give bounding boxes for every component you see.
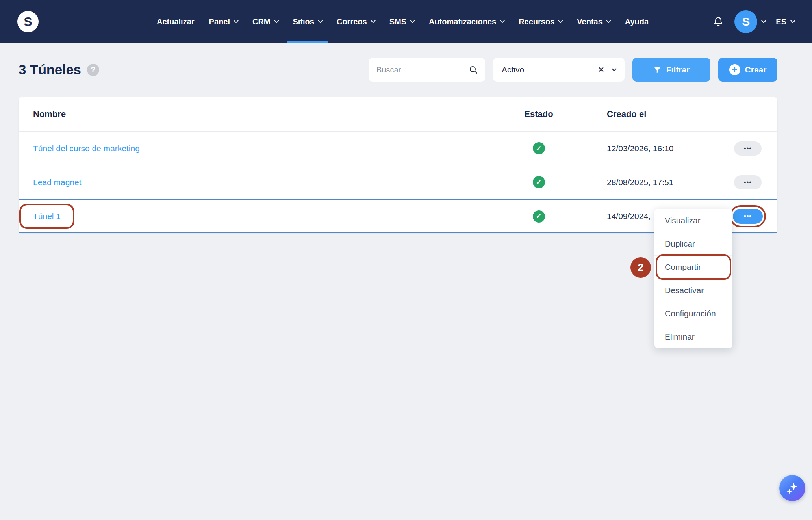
bell-icon	[712, 16, 724, 28]
ellipsis-icon: •••	[744, 213, 752, 220]
chevron-down-icon	[234, 18, 239, 23]
menu-item-compartir[interactable]: Compartir	[654, 255, 732, 279]
nav-label: Ayuda	[625, 17, 649, 26]
table-row: Túnel del curso de marketing ✓ 12/03/202…	[19, 132, 777, 165]
menu-item-eliminar[interactable]: Eliminar	[654, 325, 732, 348]
page-header: 3 Túneles ? Activo ✕ Filtrar + Crear	[19, 58, 777, 82]
create-button-label: Crear	[745, 65, 767, 74]
filter-button-label: Filtrar	[666, 65, 690, 74]
nav-item-correos[interactable]: Correos	[337, 0, 375, 43]
top-navbar: S Actualizar Panel CRM Sitios Correos SM…	[0, 0, 812, 43]
column-header-nombre: Nombre	[19, 109, 495, 119]
row-actions-button-open[interactable]: •••	[733, 209, 763, 224]
chevron-down-icon	[410, 18, 415, 23]
chevron-down-icon	[500, 18, 505, 23]
chevron-down-icon	[790, 18, 795, 23]
navbar-right: S ES	[712, 10, 795, 33]
row-actions-button[interactable]: •••	[734, 141, 762, 156]
status-active-icon: ✓	[533, 210, 545, 223]
nav-item-recursos[interactable]: Recursos	[519, 0, 562, 43]
created-date: 12/03/2026, 16:10	[607, 144, 673, 153]
plus-icon: +	[729, 64, 740, 75]
avatar-letter: S	[742, 15, 750, 28]
nav-item-actualizar[interactable]: Actualizar	[157, 0, 195, 43]
nav-label: Automatizaciones	[429, 17, 496, 26]
chevron-down-icon	[371, 18, 376, 23]
created-date: 28/08/2025, 17:51	[607, 178, 673, 187]
nav-label: Actualizar	[157, 17, 195, 26]
nav-label: Recursos	[519, 17, 554, 26]
nav-item-sms[interactable]: SMS	[389, 0, 414, 43]
funnel-link[interactable]: Túnel del curso de marketing	[33, 144, 140, 153]
search-icon[interactable]	[469, 65, 478, 74]
nav-label: CRM	[252, 17, 271, 26]
notifications-button[interactable]	[712, 16, 724, 28]
question-icon: ?	[91, 65, 95, 74]
ellipsis-icon: •••	[744, 145, 752, 152]
table-row: Lead magnet ✓ 28/08/2025, 17:51 •••	[19, 165, 777, 199]
language-label: ES	[776, 17, 786, 26]
funnel-link[interactable]: Lead magnet	[33, 178, 82, 187]
nav-label: SMS	[389, 17, 406, 26]
menu-item-duplicar[interactable]: Duplicar	[654, 232, 732, 255]
status-active-icon: ✓	[533, 142, 545, 154]
nav-item-automatizaciones[interactable]: Automatizaciones	[429, 0, 504, 43]
created-date: 14/09/2024,	[607, 212, 651, 221]
language-selector[interactable]: ES	[776, 17, 795, 26]
header-controls: Activo ✕ Filtrar + Crear	[369, 58, 777, 82]
annotation-step-badge: 2	[630, 257, 651, 278]
nav-item-ayuda[interactable]: Ayuda	[625, 0, 649, 43]
chevron-down-icon	[606, 18, 611, 23]
app-logo-letter: S	[24, 15, 32, 29]
chevron-down-icon	[318, 18, 323, 23]
menu-item-desactivar[interactable]: Desactivar	[654, 279, 732, 302]
menu-item-configuracion[interactable]: Configuración	[654, 302, 732, 325]
nav-item-crm[interactable]: CRM	[252, 0, 278, 43]
clear-filter-icon[interactable]: ✕	[594, 65, 608, 74]
avatar: S	[734, 10, 757, 33]
nav-label: Correos	[337, 17, 367, 26]
sparkle-icon	[785, 481, 799, 495]
app-logo[interactable]: S	[17, 11, 39, 32]
search-input[interactable]	[376, 65, 469, 75]
chevron-down-icon	[274, 18, 279, 23]
main-nav: Actualizar Panel CRM Sitios Correos SMS …	[157, 0, 649, 43]
row-actions-button[interactable]: •••	[734, 175, 762, 189]
funnel-link[interactable]: Túnel 1	[33, 212, 61, 221]
nav-label: Sitios	[293, 17, 314, 26]
create-button[interactable]: + Crear	[718, 58, 777, 82]
table-header-row: Nombre Estado Creado el	[19, 97, 777, 132]
funnel-icon	[653, 66, 662, 74]
status-filter-select[interactable]: Activo ✕	[493, 58, 625, 82]
page-title: 3 Túneles	[19, 62, 81, 78]
status-filter-value: Activo	[502, 65, 524, 74]
search-box	[369, 58, 485, 82]
menu-item-label: Compartir	[665, 262, 701, 272]
account-menu[interactable]: S	[734, 10, 766, 33]
help-badge[interactable]: ?	[87, 64, 99, 76]
filter-button[interactable]: Filtrar	[632, 58, 710, 82]
nav-item-panel[interactable]: Panel	[209, 0, 238, 43]
column-header-creado-el: Creado el	[582, 109, 718, 119]
nav-label: Ventas	[577, 17, 602, 26]
nav-label: Panel	[209, 17, 230, 26]
chevron-down-icon[interactable]	[612, 66, 617, 71]
nav-item-ventas[interactable]: Ventas	[577, 0, 610, 43]
chevron-down-icon	[761, 18, 766, 23]
chevron-down-icon	[558, 18, 563, 23]
assistant-button[interactable]	[779, 475, 805, 501]
status-active-icon: ✓	[533, 176, 545, 188]
row-context-menu: Visualizar Duplicar Compartir Desactivar…	[654, 209, 732, 348]
ellipsis-icon: •••	[744, 179, 752, 186]
column-header-estado: Estado	[495, 109, 582, 119]
step-number: 2	[638, 262, 643, 274]
menu-item-visualizar[interactable]: Visualizar	[654, 209, 732, 232]
nav-item-sitios[interactable]: Sitios	[293, 0, 322, 43]
